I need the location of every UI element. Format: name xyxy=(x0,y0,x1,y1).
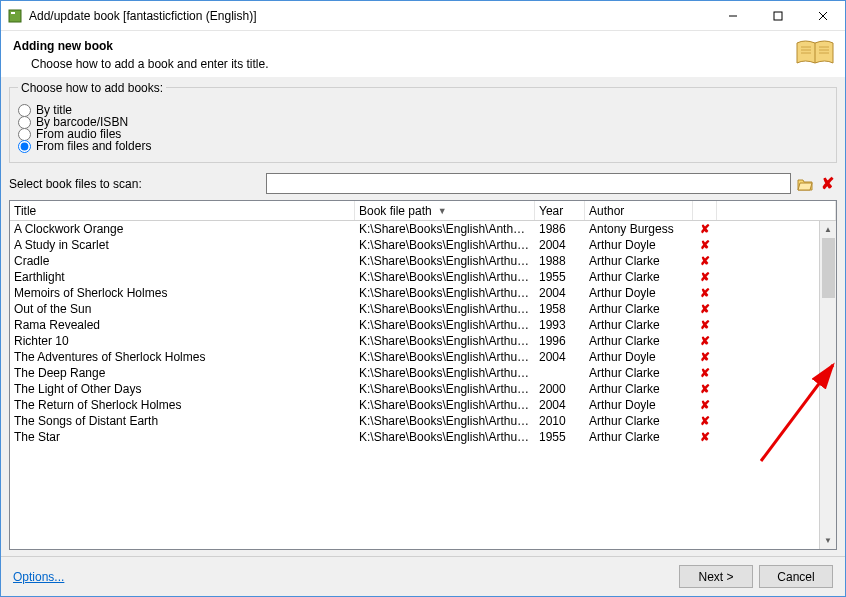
delete-row-button[interactable]: ✘ xyxy=(693,397,717,413)
table-row[interactable]: The StarK:\Share\Books\English\Arthur Cl… xyxy=(10,429,836,445)
cell-title: The Light of Other Days xyxy=(10,381,355,397)
cell-author: Arthur Doyle xyxy=(585,285,693,301)
cell-author: Arthur Clarke xyxy=(585,301,693,317)
wizard-header: Adding new book Choose how to add a book… xyxy=(1,31,845,77)
cell-title: Cradle xyxy=(10,253,355,269)
cell-author: Arthur Clarke xyxy=(585,317,693,333)
options-link[interactable]: Options... xyxy=(13,570,64,584)
table-row[interactable]: Out of the SunK:\Share\Books\English\Art… xyxy=(10,301,836,317)
grid-body: A Clockwork OrangeK:\Share\Books\English… xyxy=(10,221,836,549)
cell-title: The Deep Range xyxy=(10,365,355,381)
scroll-track[interactable] xyxy=(820,238,837,532)
table-row[interactable]: Rama RevealedK:\Share\Books\English\Arth… xyxy=(10,317,836,333)
cell-path: K:\Share\Books\English\Anthony ... xyxy=(355,221,535,237)
scroll-up-button[interactable]: ▲ xyxy=(820,221,837,238)
delete-row-button[interactable]: ✘ xyxy=(693,429,717,445)
cancel-button[interactable]: Cancel xyxy=(759,565,833,588)
delete-row-button[interactable]: ✘ xyxy=(693,413,717,429)
cell-year: 1993 xyxy=(535,317,585,333)
delete-row-button[interactable]: ✘ xyxy=(693,333,717,349)
scan-path-input[interactable] xyxy=(266,173,791,194)
delete-row-button[interactable]: ✘ xyxy=(693,285,717,301)
column-header-author[interactable]: Author xyxy=(585,201,693,220)
clear-path-button[interactable]: ✘ xyxy=(817,174,837,194)
cell-path: K:\Share\Books\English\Arthur Cla... xyxy=(355,413,535,429)
table-row[interactable]: EarthlightK:\Share\Books\English\Arthur … xyxy=(10,269,836,285)
group-legend: Choose how to add books: xyxy=(18,81,166,95)
radio-label: From files and folders xyxy=(36,139,151,153)
window-title: Add/update book [fantasticfiction (Engli… xyxy=(29,9,710,23)
dialog-footer: Options... Next > Cancel xyxy=(1,556,845,596)
column-header-year[interactable]: Year xyxy=(535,201,585,220)
minimize-button[interactable] xyxy=(710,1,755,31)
delete-row-button[interactable]: ✘ xyxy=(693,221,717,237)
close-button[interactable] xyxy=(800,1,845,31)
column-header-path[interactable]: Book file path▼ xyxy=(355,201,535,220)
titlebar: Add/update book [fantasticfiction (Engli… xyxy=(1,1,845,31)
cell-author: Antony Burgess xyxy=(585,221,693,237)
table-row[interactable]: The Songs of Distant EarthK:\Share\Books… xyxy=(10,413,836,429)
delete-row-button[interactable]: ✘ xyxy=(693,269,717,285)
delete-row-button[interactable]: ✘ xyxy=(693,365,717,381)
cell-title: The Songs of Distant Earth xyxy=(10,413,355,429)
dialog-window: Add/update book [fantasticfiction (Engli… xyxy=(0,0,846,597)
cell-title: A Study in Scarlet xyxy=(10,237,355,253)
cell-path: K:\Share\Books\English\Arthur Co... xyxy=(355,349,535,365)
cell-year xyxy=(535,365,585,381)
delete-row-button[interactable]: ✘ xyxy=(693,349,717,365)
table-row[interactable]: A Clockwork OrangeK:\Share\Books\English… xyxy=(10,221,836,237)
svg-rect-3 xyxy=(774,12,782,20)
delete-row-button[interactable]: ✘ xyxy=(693,317,717,333)
scroll-thumb[interactable] xyxy=(822,238,835,298)
cell-year: 1986 xyxy=(535,221,585,237)
cell-author: Arthur Doyle xyxy=(585,397,693,413)
cell-path: K:\Share\Books\English\Arthur Co... xyxy=(355,285,535,301)
cell-author: Arthur Doyle xyxy=(585,349,693,365)
scroll-down-button[interactable]: ▼ xyxy=(820,532,837,549)
cell-author: Arthur Clarke xyxy=(585,253,693,269)
cell-title: A Clockwork Orange xyxy=(10,221,355,237)
delete-row-button[interactable]: ✘ xyxy=(693,237,717,253)
book-icon xyxy=(793,37,837,69)
scan-row: Select book files to scan: ✘ xyxy=(9,173,837,194)
table-row[interactable]: CradleK:\Share\Books\English\Arthur Cla.… xyxy=(10,253,836,269)
cell-year: 1955 xyxy=(535,429,585,445)
table-row[interactable]: The Adventures of Sherlock HolmesK:\Shar… xyxy=(10,349,836,365)
add-method-group: Choose how to add books: By titleBy barc… xyxy=(9,87,837,163)
cell-title: Earthlight xyxy=(10,269,355,285)
cell-author: Arthur Clarke xyxy=(585,381,693,397)
table-row[interactable]: The Return of Sherlock HolmesK:\Share\Bo… xyxy=(10,397,836,413)
cell-path: K:\Share\Books\English\Arthur Cla... xyxy=(355,317,535,333)
browse-folder-button[interactable] xyxy=(795,174,815,194)
cell-author: Arthur Clarke xyxy=(585,413,693,429)
cell-title: Memoirs of Sherlock Holmes xyxy=(10,285,355,301)
table-row[interactable]: The Light of Other DaysK:\Share\Books\En… xyxy=(10,381,836,397)
next-button[interactable]: Next > xyxy=(679,565,753,588)
delete-row-button[interactable]: ✘ xyxy=(693,253,717,269)
table-row[interactable]: A Study in ScarletK:\Share\Books\English… xyxy=(10,237,836,253)
cell-year: 2004 xyxy=(535,285,585,301)
cell-author: Arthur Clarke xyxy=(585,365,693,381)
maximize-button[interactable] xyxy=(755,1,800,31)
delete-row-button[interactable]: ✘ xyxy=(693,301,717,317)
delete-row-button[interactable]: ✘ xyxy=(693,381,717,397)
table-row[interactable]: Richter 10K:\Share\Books\English\Arthur … xyxy=(10,333,836,349)
cell-path: K:\Share\Books\English\Arthur Cla... xyxy=(355,381,535,397)
cell-title: The Adventures of Sherlock Holmes xyxy=(10,349,355,365)
cell-title: Rama Revealed xyxy=(10,317,355,333)
radio-input[interactable] xyxy=(18,140,31,153)
cell-year: 1988 xyxy=(535,253,585,269)
radio-option[interactable]: From files and folders xyxy=(18,138,828,154)
cell-path: K:\Share\Books\English\Arthur Co... xyxy=(355,237,535,253)
column-header-title[interactable]: Title xyxy=(10,201,355,220)
table-row[interactable]: The Deep RangeK:\Share\Books\English\Art… xyxy=(10,365,836,381)
cell-title: Richter 10 xyxy=(10,333,355,349)
cell-year: 2010 xyxy=(535,413,585,429)
column-header-spacer xyxy=(717,201,836,220)
table-row[interactable]: Memoirs of Sherlock HolmesK:\Share\Books… xyxy=(10,285,836,301)
dialog-body: Choose how to add books: By titleBy barc… xyxy=(1,77,845,556)
cell-path: K:\Share\Books\English\Arthur Co... xyxy=(355,397,535,413)
column-header-delete xyxy=(693,201,717,220)
vertical-scrollbar[interactable]: ▲ ▼ xyxy=(819,221,836,549)
page-subtitle: Choose how to add a book and enter its t… xyxy=(31,57,833,71)
